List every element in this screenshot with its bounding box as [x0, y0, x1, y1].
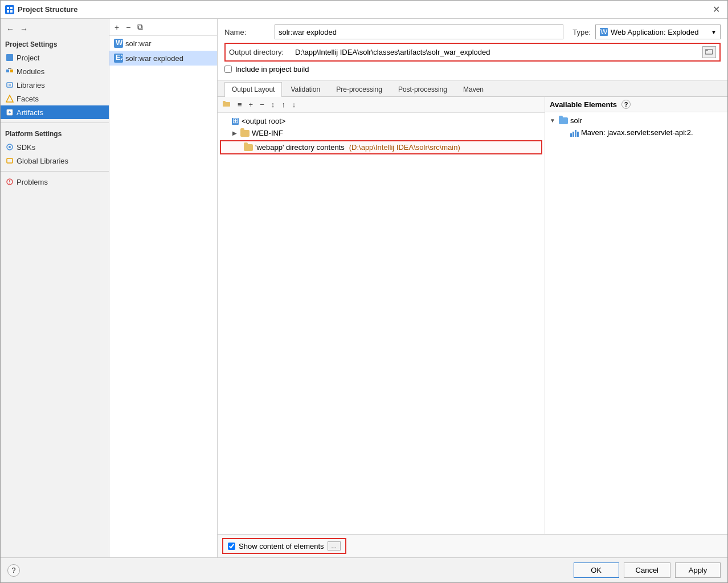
tab-maven[interactable]: Maven — [456, 82, 491, 96]
project-structure-window: Project Structure ✕ ← → Project Settings… — [0, 0, 728, 583]
sidebar-item-label: SDKs — [17, 143, 35, 152]
output-dir-browse-button[interactable] — [702, 46, 716, 58]
nav-forward-button[interactable]: → — [18, 23, 30, 35]
sidebar-divider — [1, 123, 109, 123]
artifact-copy-button[interactable]: ⧉ — [134, 21, 146, 33]
project-icon — [5, 53, 14, 62]
artifact-item-solr-war-exploded[interactable]: EX solr:war exploded — [109, 51, 217, 66]
close-button[interactable]: ✕ — [709, 3, 723, 17]
layout-area: ≡ + − ↕ ↑ ↓ ⊞ — [218, 97, 727, 534]
tree-item-webapp[interactable]: 'webapp' directory contents (D:\app\Inte… — [220, 140, 542, 154]
output-root-icon: ⊞ — [231, 117, 239, 125]
folder-blue-icon — [559, 117, 568, 124]
modules-icon — [5, 67, 14, 76]
layout-up-button[interactable]: ↑ — [279, 99, 288, 110]
svg-rect-1 — [10, 7, 13, 9]
svg-text:EX: EX — [116, 54, 122, 62]
artifact-add-button[interactable]: + — [112, 22, 122, 33]
sidebar-divider-2 — [1, 171, 109, 172]
type-value: Web Application: Exploded — [611, 28, 698, 36]
sidebar-item-libraries[interactable]: Libraries — [1, 78, 109, 92]
sidebar-item-facets[interactable]: Facets — [1, 92, 109, 105]
expand-icon: ▼ — [550, 117, 557, 124]
help-button[interactable]: ? — [7, 564, 20, 577]
tree-item-label: WEB-INF — [252, 129, 283, 137]
svg-point-20 — [9, 183, 10, 184]
type-select[interactable]: W Web Application: Exploded ▼ — [595, 25, 721, 39]
sidebar-item-sdks[interactable]: SDKs — [1, 140, 109, 154]
layout-down-button[interactable]: ↓ — [289, 99, 299, 110]
sidebar-item-global-libraries[interactable]: Global Libraries — [1, 154, 109, 168]
tree-expand-icon[interactable] — [222, 118, 229, 125]
sdks-icon — [5, 142, 14, 152]
sidebar-item-problems[interactable]: Problems — [1, 175, 109, 189]
name-input[interactable] — [275, 25, 563, 39]
folder-add-icon — [223, 100, 231, 108]
apply-button[interactable]: Apply — [675, 562, 721, 578]
sidebar-item-artifacts[interactable]: Artifacts — [1, 105, 109, 119]
show-content-options-button[interactable]: ... — [328, 541, 341, 551]
svg-rect-6 — [10, 70, 13, 72]
sidebar-item-label: Modules — [17, 67, 44, 76]
layout-left-panel: ≡ + − ↕ ↑ ↓ ⊞ — [218, 97, 545, 534]
artifact-list-panel: + − ⧉ W solr:war — [109, 19, 218, 557]
avail-item-maven-servlet[interactable]: Maven: javax.servlet:servlet-api:2. — [545, 127, 727, 138]
folder-icon-webapp — [244, 144, 253, 151]
sidebar-item-label: Problems — [17, 178, 48, 186]
tree-item-output-root[interactable]: ⊞ <output root> — [218, 115, 545, 127]
artifact-list: W solr:war EX solr:war exploded — [109, 36, 217, 557]
artifact-remove-button[interactable]: − — [123, 22, 133, 33]
available-elements-help[interactable]: ? — [621, 100, 631, 109]
artifact-item-solr-war[interactable]: W solr:war — [109, 36, 217, 51]
tree-item-path: (D:\app\Intellij IDEA\solr\src\main) — [349, 143, 460, 152]
tree-item-web-inf[interactable]: ▶ WEB-INF — [218, 127, 545, 139]
libraries-icon — [5, 80, 14, 89]
layout-folder-button[interactable] — [220, 99, 234, 111]
output-dir-label: Output directory: — [229, 48, 291, 56]
sidebar-item-label: Facets — [17, 95, 39, 103]
footer: ? OK Cancel Apply — [1, 557, 727, 582]
tree-item-label: 'webapp' directory contents — [255, 143, 345, 152]
global-libraries-icon — [5, 156, 14, 165]
cancel-button[interactable]: Cancel — [624, 562, 670, 578]
sidebar-item-modules[interactable]: Modules — [1, 64, 109, 78]
available-elements-label: Available Elements — [550, 100, 617, 109]
artifact-toolbar: + − ⧉ — [109, 19, 217, 36]
sidebar: ← → Project Settings Project — [1, 19, 109, 557]
tab-pre-processing[interactable]: Pre-processing — [329, 82, 390, 96]
svg-marker-11 — [6, 95, 13, 102]
include-build-checkbox[interactable] — [224, 66, 232, 73]
nav-back-button[interactable]: ← — [4, 23, 17, 35]
layout-toolbar: ≡ + − ↕ ↑ ↓ — [218, 97, 545, 113]
avail-item-solr[interactable]: ▼ solr — [545, 115, 727, 127]
show-content-checkbox[interactable] — [228, 543, 235, 550]
layout-list-button[interactable]: ≡ — [235, 99, 245, 110]
web-inf-expand[interactable]: ▶ — [231, 130, 238, 137]
sidebar-item-project[interactable]: Project — [1, 51, 109, 64]
name-row: Name: Type: W Web Application: Exploded … — [224, 25, 721, 39]
sidebar-item-label: Libraries — [17, 81, 45, 89]
tab-output-layout[interactable]: Output Layout — [224, 82, 282, 97]
artifacts-icon — [5, 108, 14, 117]
layout-add-button[interactable]: + — [246, 99, 256, 110]
titlebar: Project Structure ✕ — [1, 1, 727, 19]
webapp-expand — [235, 144, 242, 151]
tab-post-processing[interactable]: Post-processing — [391, 82, 455, 96]
layout-remove-button[interactable]: − — [257, 99, 267, 110]
svg-rect-30 — [223, 102, 226, 103]
bar-chart-icon — [570, 129, 579, 137]
layout-sort-button[interactable]: ↕ — [268, 99, 278, 110]
ok-button[interactable]: OK — [574, 562, 619, 578]
available-elements-header: Available Elements ? — [545, 97, 727, 112]
tab-validation[interactable]: Validation — [283, 82, 328, 96]
output-dir-input[interactable] — [295, 48, 698, 56]
folder-icon — [240, 130, 250, 137]
svg-text:W: W — [116, 39, 122, 47]
facets-icon — [5, 94, 14, 103]
problems-icon — [5, 177, 14, 186]
svg-rect-28 — [705, 50, 708, 51]
window-title: Project Structure — [18, 5, 77, 14]
titlebar-left: Project Structure — [5, 5, 77, 14]
svg-rect-0 — [7, 7, 9, 9]
project-settings-header: Project Settings — [1, 37, 109, 51]
